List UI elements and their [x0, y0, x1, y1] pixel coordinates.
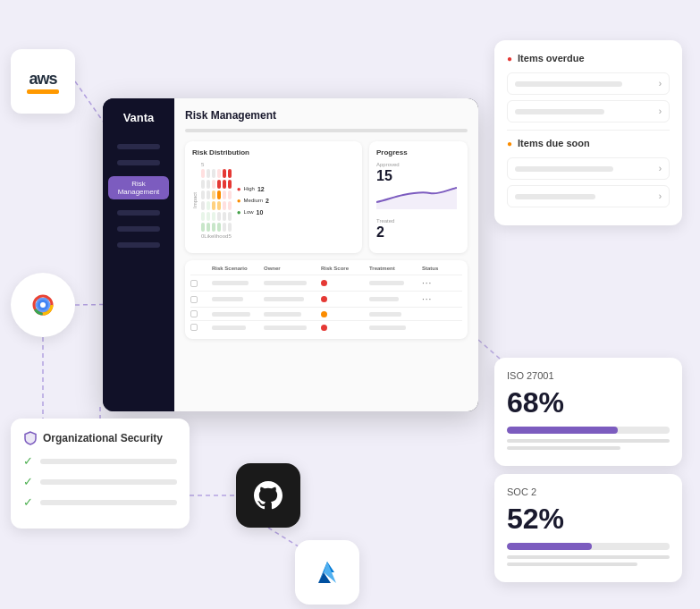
col-risk-score: Risk Score [321, 266, 366, 271]
iso-progress-bar [507, 427, 670, 434]
risk-cell [212, 201, 215, 210]
soc-percent: 52% [507, 503, 670, 536]
sidebar-line-4 [117, 226, 160, 232]
items-overdue-card: ● Items overdue › › ● Items due soon › › [494, 40, 682, 225]
risk-y-axis-label: Impact [192, 162, 198, 239]
col-scenario: Risk Scenario [212, 266, 260, 271]
row-checkbox[interactable] [190, 280, 198, 287]
row-treatment [369, 326, 406, 330]
risk-cell [228, 169, 232, 178]
row-checkbox[interactable] [190, 324, 198, 331]
risk-cell [223, 223, 226, 232]
x-max-label: 5 [228, 233, 231, 239]
table-row: ··· [190, 275, 462, 291]
row-actions[interactable]: ··· [422, 294, 462, 304]
check-icon-3: ✓ [23, 495, 33, 509]
risk-cell [212, 212, 215, 221]
due-soon-section-title: ● Items due soon [507, 138, 670, 148]
legend-high-dot: ● [237, 185, 241, 193]
card-divider [507, 130, 670, 131]
risk-cell [223, 190, 226, 199]
risk-cell [201, 201, 205, 210]
row-risk-dot [321, 311, 327, 317]
iso-line-1 [507, 439, 670, 443]
overdue-dot: ● [507, 54, 512, 63]
row-treatment [369, 312, 401, 317]
soc2-card: SOC 2 52% [494, 474, 682, 582]
chevron-icon-2: › [659, 106, 662, 116]
iso27001-card: ISO 27001 68% [494, 358, 682, 466]
org-security-label: Organizational Security [43, 432, 163, 444]
row-scenario [212, 297, 243, 301]
risk-grid-area: 5 [201, 162, 232, 239]
row-actions[interactable]: ··· [422, 278, 462, 288]
approved-value: 15 [376, 168, 460, 184]
org-item-bar-3 [40, 500, 177, 505]
github-logo [250, 478, 286, 513]
overdue-item-2[interactable]: › [507, 100, 670, 123]
due-soon-title: Items due soon [518, 138, 590, 148]
row-checkbox[interactable] [190, 296, 198, 303]
legend-low-label: Low [244, 209, 254, 215]
risk-grid-container: Impact 5 [192, 162, 232, 239]
treated-value: 2 [376, 224, 460, 241]
table-header: Risk Scenario Owner Risk Score Treatment… [190, 266, 462, 271]
risk-legend: ● High 12 ● Medium 2 ● Low 10 [237, 162, 269, 239]
soc-progress-bar [507, 543, 670, 550]
sidebar-line-5 [117, 242, 160, 248]
sidebar-active-item[interactable]: Risk Management [108, 176, 169, 199]
table-row [190, 320, 462, 334]
org-item-1: ✓ [23, 454, 177, 468]
legend-medium-label: Medium [244, 198, 263, 203]
row-owner [264, 312, 301, 317]
risk-distribution-card: Risk Distribution Impact 5 [185, 141, 362, 253]
chevron-icon-3: › [659, 164, 662, 173]
table-row: ··· [190, 291, 462, 307]
risk-cell [207, 169, 210, 178]
iso-title: ISO 27001 [507, 370, 670, 381]
risk-cell [228, 223, 232, 232]
page-title: Risk Management [185, 109, 468, 122]
row-risk-dot [321, 325, 327, 331]
chevron-icon-1: › [659, 79, 662, 89]
x-axis-labels: 0 Likelihood 5 [201, 233, 232, 239]
row-risk-dot [321, 280, 327, 286]
overdue-item-1[interactable]: › [507, 72, 670, 95]
vanta-main-content: Risk Management Risk Distribution Impact… [174, 98, 478, 411]
col-treatment: Treatment [369, 266, 418, 271]
risk-cell [201, 223, 205, 232]
svg-point-11 [40, 302, 46, 308]
legend-low-dot: ● [237, 208, 241, 216]
risk-cell [217, 180, 221, 189]
org-item-bar-1 [40, 459, 177, 464]
risk-cell [217, 223, 221, 232]
row-checkbox[interactable] [190, 310, 198, 317]
overdue-bar-2 [515, 109, 604, 114]
org-security-card: Organizational Security ✓ ✓ ✓ [11, 419, 190, 529]
risk-table: Risk Scenario Owner Risk Score Treatment… [185, 260, 468, 339]
title-underline [185, 129, 468, 132]
sidebar-line-1 [117, 144, 160, 149]
risk-cell [201, 190, 205, 199]
legend-high-label: High [244, 186, 255, 191]
risk-cell [207, 223, 210, 232]
risk-cell [228, 212, 232, 221]
risk-cell [223, 169, 226, 178]
table-row [190, 307, 462, 320]
aws-text: aws [29, 70, 56, 89]
risk-cell [201, 169, 205, 178]
x-axis-text: Likelihood [204, 233, 228, 239]
org-item-3: ✓ [23, 495, 177, 509]
gcp-card [11, 273, 75, 337]
iso-line-2 [507, 446, 620, 450]
risk-cell [212, 180, 215, 189]
col-owner: Owner [264, 266, 317, 271]
legend-high: ● High 12 [237, 185, 269, 193]
due-soon-item-1[interactable]: › [507, 157, 670, 180]
risk-cell [201, 212, 205, 221]
row-scenario [212, 281, 249, 285]
soc-line-2 [507, 562, 637, 566]
risk-cell [217, 190, 221, 199]
due-soon-item-2[interactable]: › [507, 185, 670, 207]
risk-cell [212, 169, 215, 178]
